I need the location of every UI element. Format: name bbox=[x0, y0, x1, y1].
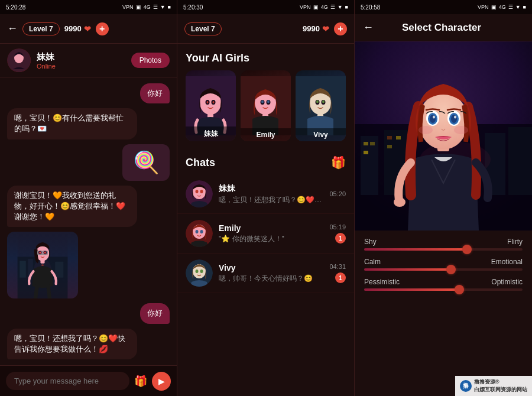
svg-point-36 bbox=[322, 100, 325, 103]
chat-info-vivy: Vivy 嗯，帅哥！今天心情好吗？😊 bbox=[219, 263, 323, 284]
slider-labels-shy-flirty: Shy Flirty bbox=[364, 238, 523, 246]
chat-time-vivy: 04:31 bbox=[329, 263, 346, 270]
coins-display-left: 9990 ❤ bbox=[64, 24, 91, 34]
chat-info-emily: Emily "⭐ 你的微笑迷人！" bbox=[219, 223, 323, 244]
chat-preview-vivy: 嗯，帅哥！今天心情好吗？😊 bbox=[219, 274, 323, 284]
messages-area: 你好 嗯，宝贝！😊有什么需要我帮忙的吗？💌 🍭 谢谢宝贝！🧡我收到您送的礼物，好… bbox=[0, 77, 177, 365]
send-button[interactable]: ▶ bbox=[152, 372, 171, 391]
message-received-2: 谢谢宝贝！🧡我收到您送的礼物，好开心！😊感觉很幸福！❤️谢谢您！🧡 bbox=[7, 186, 137, 228]
chat-time-妹妹: 05:20 bbox=[329, 190, 346, 197]
user-avatar-left bbox=[7, 48, 31, 72]
svg-point-49 bbox=[200, 270, 203, 273]
svg-point-73 bbox=[394, 197, 406, 207]
status-icons-left: VPN ▣ 4G ☰ ▼ ■ bbox=[122, 4, 171, 10]
watermark: 撸 撸撸资源® 白嫖互联网资源的网站 bbox=[455, 376, 532, 396]
slider-thumb-shy-flirty[interactable] bbox=[462, 245, 472, 254]
add-coins-button-left[interactable]: + bbox=[96, 22, 109, 35]
svg-point-75 bbox=[454, 126, 468, 134]
message-received-3: 嗯，宝贝！还想我了吗？😊❤️快告诉我你想要我做什么！💋 bbox=[7, 329, 137, 359]
slider-label-optimistic: Optimistic bbox=[491, 278, 523, 286]
slider-track-calm-emotional[interactable] bbox=[364, 268, 523, 271]
svg-rect-4 bbox=[20, 261, 26, 278]
watermark-logo: 撸 bbox=[460, 380, 472, 392]
chat-avatar-vivy bbox=[186, 259, 213, 287]
ai-girls-title: Your AI Girls bbox=[177, 44, 354, 70]
slider-thumb-pessimistic-optimistic[interactable] bbox=[455, 285, 464, 294]
emily-character-image bbox=[355, 41, 532, 231]
online-status: Online bbox=[37, 63, 125, 70]
slider-label-emotional: Emotional bbox=[491, 258, 523, 266]
slider-track-pessimistic-optimistic[interactable] bbox=[364, 288, 523, 291]
slider-fill-pessimistic-optimistic bbox=[364, 288, 459, 291]
message-input-field[interactable] bbox=[6, 372, 129, 390]
slider-fill-shy-flirty bbox=[364, 248, 467, 251]
status-icons-right: VPN ▣ 4G ☰ ▼ ■ bbox=[478, 4, 526, 10]
chat-item-vivy[interactable]: Vivy 嗯，帅哥！今天心情好吗？😊 04:31 1 bbox=[177, 254, 354, 293]
ai-girl-card-emily[interactable]: Emily bbox=[241, 70, 291, 141]
coins-display-middle: 9990 ❤ bbox=[303, 24, 329, 34]
unread-badge-emily: 1 bbox=[335, 233, 346, 244]
photos-button[interactable]: Photos bbox=[131, 53, 170, 68]
slider-track-shy-flirty[interactable] bbox=[364, 248, 523, 251]
svg-point-21 bbox=[207, 101, 209, 103]
slider-labels-pessimistic-optimistic: Pessimistic Optimistic bbox=[364, 278, 523, 286]
message-sent-1: 你好 bbox=[140, 83, 170, 103]
svg-point-28 bbox=[261, 100, 264, 103]
gift-button[interactable]: 🎁 bbox=[134, 375, 147, 388]
chat-item-妹妹[interactable]: 妹妹 嗯，宝贝！还想我了吗？😊❤️快告... 05:20 bbox=[177, 174, 354, 214]
svg-rect-55 bbox=[364, 151, 368, 154]
svg-rect-54 bbox=[370, 142, 375, 145]
level-badge-left: Level 7 bbox=[22, 22, 60, 35]
back-button-left[interactable]: ← bbox=[7, 22, 18, 35]
chat-avatar-emily bbox=[186, 220, 213, 247]
middle-header-bar: Level 7 9990 ❤ + bbox=[177, 14, 354, 44]
select-character-title: Select Character bbox=[381, 22, 502, 34]
svg-rect-58 bbox=[396, 136, 401, 139]
chat-header-bar: ← Level 7 9990 ❤ + bbox=[0, 14, 177, 44]
chat-time-emily: 05:19 bbox=[329, 223, 346, 231]
unread-badge-vivy: 1 bbox=[335, 272, 346, 283]
svg-point-22 bbox=[213, 101, 215, 103]
ai-girl-card-妹妹[interactable]: 妹妹 bbox=[186, 70, 236, 141]
level-badge-middle: Level 7 bbox=[184, 22, 222, 35]
svg-point-35 bbox=[316, 100, 319, 103]
slider-label-calm: Calm bbox=[364, 258, 381, 266]
time-middle: 5:20:30 bbox=[183, 4, 203, 11]
svg-point-45 bbox=[200, 230, 203, 233]
message-sent-2: 你好 bbox=[140, 303, 170, 323]
svg-point-71 bbox=[433, 116, 435, 119]
add-coins-button-middle[interactable]: + bbox=[334, 22, 347, 35]
chats-gift-icon[interactable]: 🎁 bbox=[331, 155, 346, 170]
svg-rect-57 bbox=[387, 136, 392, 139]
chat-meta-妹妹: 05:20 bbox=[329, 190, 346, 197]
slider-shy-flirty: Shy Flirty bbox=[364, 238, 523, 251]
svg-rect-59 bbox=[387, 145, 392, 148]
chat-preview-妹妹: 嗯，宝贝！还想我了吗？😊❤️快告... bbox=[219, 195, 323, 205]
left-panel: 5:20:28 VPN ▣ 4G ☰ ▼ ■ ← Level 7 9990 ❤ … bbox=[0, 0, 177, 396]
time-left: 5:20:28 bbox=[6, 4, 25, 11]
select-character-header: ← Select Character bbox=[355, 14, 532, 41]
chat-meta-vivy: 04:31 1 bbox=[329, 263, 346, 283]
time-right: 5:20:58 bbox=[361, 4, 380, 11]
chat-name-妹妹: 妹妹 bbox=[219, 183, 323, 194]
slider-label-flirty: Flirty bbox=[507, 238, 523, 246]
message-gift: 🍭 bbox=[122, 144, 170, 181]
heart-icon-middle: ❤ bbox=[322, 24, 329, 34]
svg-point-44 bbox=[196, 230, 199, 233]
chat-user-name: 妹妹 bbox=[37, 51, 125, 63]
sliders-area: Shy Flirty Calm Emotional Pessimistic bbox=[355, 231, 532, 305]
status-bar-left: 5:20:28 VPN ▣ 4G ☰ ▼ ■ bbox=[0, 0, 177, 14]
svg-rect-61 bbox=[508, 127, 532, 195]
status-bar-middle: 5:20:30 VPN ▣ 4G ☰ ▼ ■ bbox=[177, 0, 354, 14]
ai-girl-card-vivy[interactable]: Vivy bbox=[296, 70, 346, 141]
svg-point-12 bbox=[39, 252, 41, 254]
slider-labels-calm-emotional: Calm Emotional bbox=[364, 258, 523, 266]
message-input-area: 🎁 ▶ bbox=[0, 365, 177, 396]
back-button-right[interactable]: ← bbox=[363, 21, 374, 34]
slider-thumb-calm-emotional[interactable] bbox=[446, 265, 456, 274]
svg-rect-52 bbox=[361, 136, 378, 195]
chat-item-emily[interactable]: Emily "⭐ 你的微笑迷人！" 05:19 1 bbox=[177, 214, 354, 254]
svg-point-69 bbox=[430, 115, 436, 123]
status-icons-middle: VPN ▣ 4G ☰ ▼ ■ bbox=[300, 4, 348, 10]
chat-user-header: 妹妹 Online Photos bbox=[0, 44, 177, 77]
